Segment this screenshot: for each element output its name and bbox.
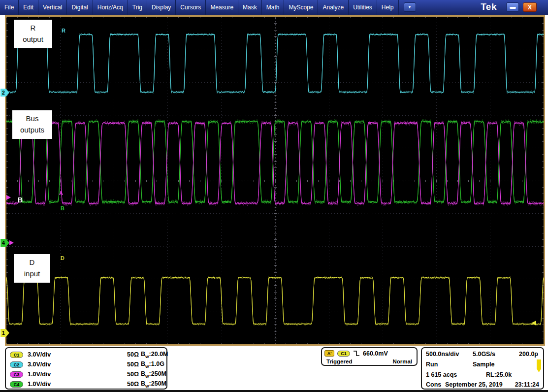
channel-impedance: 50Ω <box>127 361 139 368</box>
acquisition-count: 1 615 acqs <box>426 371 457 378</box>
channel-readout-row: C3 1.0V/div 50Ω BW:250M <box>10 369 166 379</box>
menu-item-cursors[interactable]: Cursors <box>176 0 206 15</box>
menu-bar-items: FileEditVerticalDigitalHoriz/AcqTrigDisp… <box>0 0 399 15</box>
trigger-a-badge[interactable]: A' <box>324 350 334 357</box>
menu-item-display[interactable]: Display <box>147 0 176 15</box>
channel-readout-row: C4 1.0V/div 50Ω BW:250M <box>10 379 166 389</box>
trigger-level-arrow-icon[interactable] <box>531 321 536 326</box>
date-display: September 25, 2019 <box>445 381 503 388</box>
menu-item-math[interactable]: Math <box>262 0 285 15</box>
menu-overflow-button[interactable]: ▼ <box>404 2 416 12</box>
bw-value: :250M <box>149 380 166 387</box>
channel-scale[interactable]: 1.0V/div <box>28 381 51 388</box>
annotation-text: input <box>14 268 50 279</box>
channel-scale[interactable]: 3.0V/div <box>28 361 51 368</box>
position-indicator-icon <box>537 359 541 372</box>
trigger-summary-row: A' C1 660.0mV <box>324 349 414 358</box>
acquisition-mode: Sample <box>473 361 494 368</box>
trigger-mode: Normal <box>392 359 412 364</box>
channel-impedance: 50Ω <box>127 381 139 388</box>
scope-graticule-frame <box>5 15 545 346</box>
annotation-text: Bus <box>12 113 52 124</box>
bw-sub-label: W <box>145 354 149 359</box>
resolution-value: 200.0p <box>519 351 538 358</box>
bw-label: B <box>141 351 145 358</box>
falling-edge-icon <box>353 350 360 357</box>
minimize-button[interactable] <box>506 2 519 12</box>
annotation-text: R <box>14 22 52 33</box>
menu-item-edit[interactable]: Edit <box>19 0 38 15</box>
bw-sub-label: W <box>145 374 149 378</box>
menu-item-utilities[interactable]: Utilities <box>349 0 377 15</box>
time-display: 23:11:24 <box>515 381 539 388</box>
bw-label: B <box>141 360 145 367</box>
close-button[interactable]: X <box>523 2 537 12</box>
timebase-value[interactable]: 500.0ns/div <box>426 351 459 358</box>
channel-bandwidth: BW:250M <box>141 370 166 379</box>
menu-item-analyze[interactable]: Analyze <box>318 0 349 15</box>
trace-label-a: A <box>59 190 63 196</box>
record-length: RL:25.0k <box>486 371 512 378</box>
trigger-level-value[interactable]: 660.0mV <box>363 350 388 357</box>
channel-bandwidth: BW:250M <box>141 380 166 389</box>
chevron-down-icon: ▼ <box>408 5 412 9</box>
channel-3-level-arrow-icon[interactable] <box>9 240 14 245</box>
trigger-status: Triggered <box>326 359 352 364</box>
channel-readout-row: C1 3.0V/div 50Ω BW:20.0M <box>10 350 166 359</box>
menu-item-mask[interactable]: Mask <box>238 0 262 15</box>
channel-impedance: 50Ω <box>127 351 139 358</box>
bw-value: :250M <box>149 370 166 377</box>
tek-logo: Tek <box>481 1 497 12</box>
annotation-text: outputs <box>12 124 52 135</box>
menu-item-file[interactable]: File <box>0 0 19 15</box>
channel-1-badge[interactable]: C1 <box>10 352 23 358</box>
menu-item-help[interactable]: Help <box>377 0 399 15</box>
trace-label-b: B <box>61 205 64 211</box>
menu-item-horizacq[interactable]: Horiz/Acq <box>93 0 128 15</box>
channel-3-badge[interactable]: C3 <box>10 371 23 378</box>
channel-readouts-panel: C1 3.0V/div 50Ω BW:20.0M C2 3.0V/div 50Ω… <box>5 347 167 390</box>
trace-label-d: D <box>61 255 64 261</box>
channel-readout-row: C2 3.0V/div 50Ω BW:1.0G <box>10 359 166 369</box>
channel-bandwidth: BW:20.0M <box>141 351 168 359</box>
bw-sub-label: W <box>145 384 149 388</box>
trigger-status-row: Triggered Normal <box>324 359 414 364</box>
bw-sub-label: W <box>145 364 149 368</box>
bottom-border <box>0 390 548 392</box>
channel-impedance: 50Ω <box>127 371 139 378</box>
annotation-bus-outputs: Bus outputs <box>12 110 52 139</box>
trace-label-b-white: B <box>18 196 23 204</box>
channel-4-badge[interactable]: C4 <box>10 381 23 388</box>
waveform-display <box>6 17 544 344</box>
annotation-d-input: D input <box>14 254 50 283</box>
menu-item-measure[interactable]: Measure <box>206 0 238 15</box>
acquisition-readout-panel: 500.0ns/div 5.0GS/s 200.0p Run Sample 1 … <box>421 347 544 390</box>
annotation-text: output <box>14 33 52 45</box>
annotation-r-output: R output <box>14 20 52 48</box>
menu-item-trig[interactable]: Trig <box>128 0 147 15</box>
annotation-text: D <box>14 257 50 268</box>
menu-item-vertical[interactable]: Vertical <box>38 0 67 15</box>
channel-scale[interactable]: 3.0V/div <box>28 351 51 358</box>
channel-2-badge[interactable]: C2 <box>10 361 23 368</box>
menu-bar: FileEditVerticalDigitalHoriz/AcqTrigDisp… <box>0 0 548 15</box>
bw-value: :20.0M <box>149 351 168 358</box>
sample-rate-value: 5.0GS/s <box>473 351 495 358</box>
channel-bandwidth: BW:1.0G <box>141 360 164 369</box>
close-icon: X <box>528 4 532 11</box>
bw-value: :1.0G <box>149 360 164 367</box>
trigger-readout-panel: A' C1 660.0mV Triggered Normal <box>321 347 418 366</box>
status-prefix: Cons <box>426 381 441 388</box>
trace-label-r: R <box>62 28 65 33</box>
acquisition-state: Run <box>426 361 438 368</box>
trigger-source-badge[interactable]: C1 <box>337 351 350 357</box>
menu-item-digital[interactable]: Digital <box>67 0 93 15</box>
channel-3-arrow-icon[interactable] <box>6 195 11 200</box>
menu-item-myscope[interactable]: MyScope <box>284 0 318 15</box>
channel-scale[interactable]: 1.0V/div <box>28 371 51 378</box>
minimize-icon <box>510 7 516 9</box>
bw-label: B <box>141 370 145 377</box>
bw-label: B <box>141 380 145 387</box>
